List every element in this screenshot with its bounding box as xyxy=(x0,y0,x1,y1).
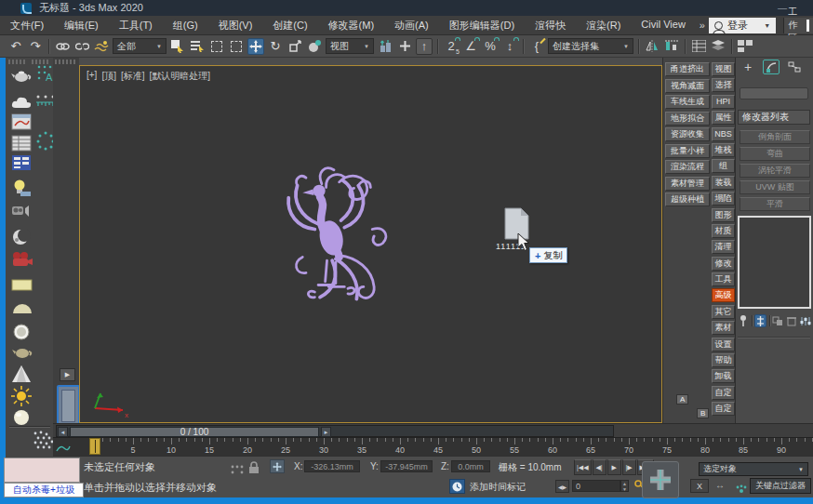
antivirus-float-label[interactable]: 自动杀毒+垃圾 xyxy=(4,483,84,497)
video-camera-icon[interactable] xyxy=(11,251,32,272)
menu-item[interactable]: 图形编辑器(D) xyxy=(439,19,525,33)
window-crossing-toggle-icon[interactable] xyxy=(228,38,245,55)
plugin-button[interactable]: 批量小样 xyxy=(665,144,710,158)
menu-item[interactable]: 组(G) xyxy=(163,19,208,33)
keyboard-shortcut-override-button[interactable]: ↑ xyxy=(416,38,433,55)
undo-button[interactable]: ↶ xyxy=(7,38,24,55)
select-and-move-button[interactable] xyxy=(247,38,264,55)
plugin-tab-button[interactable]: 视图 xyxy=(712,62,735,76)
select-object-icon[interactable] xyxy=(169,38,186,55)
tab-modify[interactable] xyxy=(763,60,780,74)
key-steps-icon[interactable] xyxy=(736,481,747,490)
modifier-button[interactable]: 涡轮平滑 xyxy=(740,164,810,178)
plugin-tab-button[interactable]: 装载 xyxy=(712,176,735,190)
current-frame-marker[interactable] xyxy=(89,438,100,455)
ribbon-toggle-button[interactable] xyxy=(737,38,753,55)
remove-modifier-icon[interactable] xyxy=(786,314,797,327)
align-button[interactable] xyxy=(663,38,680,55)
close-overlay-button[interactable]: X xyxy=(690,479,709,493)
cone-primitive-icon[interactable] xyxy=(11,365,32,385)
time-slider-handle[interactable]: 0 / 100 xyxy=(70,427,319,437)
time-slider-track[interactable]: ◄ 0 / 100 ► xyxy=(56,425,614,437)
tab-hierarchy[interactable] xyxy=(786,60,803,74)
selected-object-dropdown[interactable]: 选定对象 ▼ xyxy=(699,462,808,476)
floating-add-button[interactable] xyxy=(642,461,679,498)
plugin-tab-button[interactable]: 卸载 xyxy=(712,369,735,383)
show-end-result-icon[interactable] xyxy=(754,314,766,327)
plugin-button[interactable]: 车线生成 xyxy=(665,95,710,109)
menu-item[interactable]: 视图(V) xyxy=(208,19,263,33)
menu-overflow-chevron[interactable]: » xyxy=(700,20,705,31)
plugin-tab-button[interactable]: HPI xyxy=(712,95,735,109)
modifier-list-dropdown[interactable]: 修改器列表 xyxy=(738,110,810,125)
menu-item[interactable]: 渲得快 xyxy=(525,19,576,33)
key-mode-toggle[interactable]: ◀▶ xyxy=(555,480,569,493)
tab-create[interactable]: + xyxy=(740,60,756,74)
plugin-tab-button[interactable]: 其它 xyxy=(712,305,735,319)
spreadsheet-icon[interactable] xyxy=(11,154,32,175)
mirror-button[interactable] xyxy=(644,38,660,55)
object-name-field[interactable] xyxy=(740,87,808,99)
select-by-name-icon[interactable] xyxy=(189,38,206,55)
plugin-button[interactable]: 素材管理 xyxy=(665,177,710,191)
viewport-layout-tab-active[interactable] xyxy=(57,385,80,427)
menu-item[interactable]: 修改器(M) xyxy=(318,19,385,33)
edit-named-selection-sets-button[interactable]: { xyxy=(528,38,545,55)
dome-primitive-icon[interactable] xyxy=(11,301,32,322)
plugin-tab-button[interactable]: NBS xyxy=(712,127,735,141)
use-pivot-point-center-icon[interactable] xyxy=(377,38,393,55)
plugin-button[interactable]: 渲染流程 xyxy=(665,160,710,174)
named-selection-sets-dropdown[interactable]: 创建选择集 ▼ xyxy=(548,38,633,54)
login-dropdown-arrow[interactable]: ▼ xyxy=(764,22,770,29)
playback-button[interactable]: |◀◀ xyxy=(574,459,592,475)
plugin-tab-button[interactable]: 高级 xyxy=(712,288,735,302)
plugin-tab-button[interactable]: 工具 xyxy=(712,272,735,286)
rectangular-selection-region-icon[interactable] xyxy=(208,38,225,55)
curve-editor-window-icon[interactable] xyxy=(11,113,32,134)
viewport-menu-pov[interactable]: [顶] xyxy=(101,70,116,83)
cloud-icon[interactable] xyxy=(11,95,32,115)
moon-light-icon[interactable] xyxy=(11,228,32,248)
isolate-selection-icon[interactable] xyxy=(231,462,244,479)
playback-button[interactable]: ▶ xyxy=(607,459,621,475)
selection-lock-icon[interactable] xyxy=(248,460,260,477)
track-bar[interactable]: 0510152025303540455055606570758085909510… xyxy=(53,437,813,456)
menu-item[interactable]: 工具(T) xyxy=(109,19,163,33)
select-and-manipulate-icon[interactable] xyxy=(396,38,413,55)
plugin-tab-button[interactable]: 帮助 xyxy=(712,353,735,367)
modifier-stack-list[interactable] xyxy=(738,216,811,309)
x-coordinate-field[interactable]: -326.13mm xyxy=(304,460,360,472)
plugin-tab-button[interactable]: 自定 xyxy=(712,386,735,400)
modifier-button[interactable]: UVW 贴图 xyxy=(740,180,810,194)
spinner-snap-toggle-button[interactable]: ↕ xyxy=(501,38,518,55)
modifier-button[interactable]: 平滑 xyxy=(740,197,810,211)
plugin-button[interactable]: 视角减面 xyxy=(665,79,710,93)
layer-explorer-button[interactable] xyxy=(710,38,726,55)
login-button[interactable]: 登录 ▼ xyxy=(709,18,776,33)
scatter-rain-icon[interactable] xyxy=(32,430,52,450)
plugin-tab-button[interactable]: 堆栈 xyxy=(712,143,735,157)
selection-filter-dropdown[interactable]: 全部 ▼ xyxy=(113,38,167,54)
playback-button[interactable]: ◀| xyxy=(593,459,606,475)
z-coordinate-field[interactable]: 0.0mm xyxy=(451,460,490,472)
redo-button[interactable]: ↷ xyxy=(27,38,44,55)
snaps-toggle-25-button[interactable]: 25 xyxy=(443,38,460,55)
angle-snap-toggle-button[interactable]: ∠ xyxy=(462,38,479,55)
tab-motion[interactable] xyxy=(809,60,813,74)
plugin-button[interactable]: 地形拟合 xyxy=(665,112,710,126)
badge-a[interactable]: A xyxy=(676,394,688,405)
modifier-button[interactable]: 弯曲 xyxy=(740,147,810,161)
toolbar-drag-handle[interactable] xyxy=(55,60,75,64)
playback-button[interactable]: |▶ xyxy=(622,459,636,475)
select-and-scale-button[interactable] xyxy=(287,38,303,55)
select-and-place-icon[interactable] xyxy=(306,38,323,55)
next-frame-button[interactable]: ► xyxy=(321,427,331,437)
plane-primitive-icon[interactable] xyxy=(11,277,32,298)
sphere-ring-icon[interactable] xyxy=(11,322,32,342)
menu-item[interactable]: 渲染(R) xyxy=(576,19,631,33)
minimize-button[interactable]: — xyxy=(778,3,787,13)
open-mini-curve-editor-icon[interactable] xyxy=(56,441,71,452)
badge-b[interactable]: B xyxy=(697,408,709,418)
viewport-top[interactable]: [+] [顶] [标准] [默认明暗处理] xyxy=(79,65,662,423)
transform-type-in-toggle[interactable] xyxy=(270,459,285,473)
